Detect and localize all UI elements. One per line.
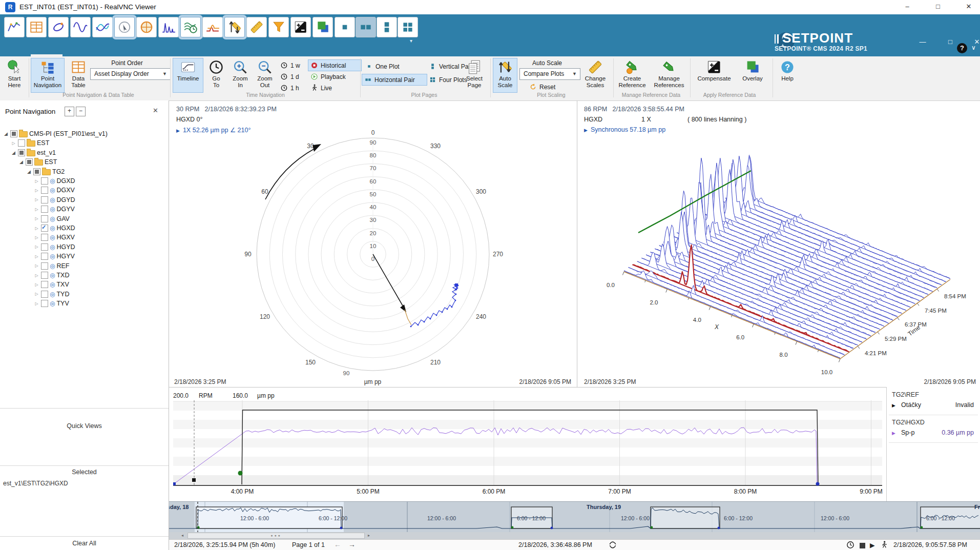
tree-expand-icon[interactable]: ▷ [34,179,39,184]
scroll-right-arrow-icon[interactable]: ▸ [368,533,370,538]
tree-item-est[interactable]: ▷EST [0,138,49,148]
tree-expand-icon[interactable]: ▷ [34,235,39,240]
tree-expand-icon[interactable]: ▷ [34,197,39,202]
spectrum-plot-icon[interactable] [158,17,179,37]
tree-checkbox[interactable] [18,149,25,156]
tree-item-dgxd[interactable]: ▷◎DGXD [0,176,75,186]
timeline-segment-label[interactable]: 6:00 - 12:00 [517,515,546,521]
span-1d-button[interactable]: 1 d [278,71,309,83]
point-navigation-button[interactable]: Point Navigation [31,58,65,93]
tree-item-est[interactable]: ◢EST [0,157,57,167]
timeline-segment-label[interactable]: 12:00 - 6:00 [427,515,456,521]
play-icon[interactable]: ▶ [870,541,875,549]
one-plot-icon[interactable] [335,17,355,37]
tree-item-hgyv[interactable]: ▷◎HGYV [0,252,75,261]
waveform-plot-icon[interactable] [70,17,91,37]
tree-checkbox[interactable] [26,158,33,166]
tree-checkbox[interactable] [41,262,48,270]
panel-close-icon[interactable]: ✕ [153,107,158,114]
tree-collapse-icon[interactable]: ◢ [26,169,32,174]
app-minimize-button[interactable]: — [915,38,930,46]
waterfall-plot-icon[interactable] [180,17,201,37]
four-plots-icon[interactable] [398,17,418,37]
sync-icon[interactable] [609,541,617,549]
tree-item-ref[interactable]: ▷◎REF [0,261,69,271]
tree-item-gav[interactable]: ▷◎GAV [0,214,70,223]
tree-item-tyv[interactable]: ▷◎TYV [0,299,69,308]
prev-page-arrow[interactable]: ← [334,540,341,548]
zoom-out-button[interactable]: Zoom Out [253,58,277,93]
orbit-plot-icon[interactable] [48,17,69,37]
vnc-close-button[interactable]: ✕ [961,3,976,10]
tree-checkbox[interactable] [41,253,48,260]
playback-mode-button[interactable]: Playback [308,71,362,83]
app-restore-button[interactable]: □ [943,38,958,46]
live-walker-icon[interactable] [880,541,888,549]
timeline-segment-label[interactable]: 6:00 - 12:00 [319,515,347,521]
tree-expand-icon[interactable]: ▷ [34,245,39,249]
timeline-segment-label[interactable]: 6:00 - 12:00 [724,515,753,521]
scroll-left-arrow-icon[interactable]: ◂ [181,533,183,538]
full-spectrum-plot-icon[interactable] [136,17,157,37]
reset-button[interactable]: Reset [527,81,573,93]
timeline-scroll-thumb[interactable]: ●●● [187,533,365,539]
help-badge-icon[interactable]: ? [957,43,967,53]
manage-references-button[interactable]: Manage References [652,58,686,93]
data-table-button[interactable]: Data Table [66,58,91,93]
compare-scales-icon[interactable] [224,17,245,37]
tree-expand-icon[interactable]: ▷ [34,301,39,306]
overlay-button[interactable]: Overlay [738,58,767,93]
ribbon-collapse-chevron-icon[interactable]: ∨ [971,44,976,51]
tree-item-tg2[interactable]: ◢TG2 [0,167,65,176]
tree-expand-icon[interactable]: ▷ [34,188,39,193]
start-here-button[interactable]: Start Here [2,58,27,93]
collapse-all-button[interactable]: − [76,107,86,116]
compare-plots-dropdown[interactable]: Compare Plots▼ [519,68,580,80]
tree-collapse-icon[interactable]: ◢ [3,131,9,136]
tree-checkbox[interactable] [41,243,48,251]
waterfall-plot-pane[interactable]: 86 RPM 2/18/2026 3:58:55.44 PM HGXD 1 X … [578,100,980,387]
tree-checkbox[interactable] [41,291,48,298]
tree-item-dgyv[interactable]: ▷◎DGYV [0,205,75,214]
zoom-in-button[interactable]: Zoom In [228,58,252,93]
change-scales-button[interactable]: Change Scales [580,58,610,93]
tree-checkbox[interactable] [41,234,48,241]
auto-scale-button[interactable]: Auto Scale [493,58,517,93]
polar-plot-pane[interactable]: 30 RPM 2/18/2026 8:32:39.23 PM HGXD 0° ▶… [169,100,576,387]
tree-expand-icon[interactable]: ▷ [34,282,39,287]
tree-expand-icon[interactable]: ▷ [34,263,39,268]
tree-item-cms-pi[interactable]: ◢CMS-PI (EST_PI01\est_v1) [0,129,108,138]
tree-collapse-icon[interactable]: ◢ [11,150,16,155]
stop-icon[interactable] [860,543,865,548]
horizontal-pair-icon[interactable] [356,17,376,37]
timeline-button[interactable]: Timeline [173,58,203,93]
tree-checkbox[interactable] [41,300,48,307]
overlay-icon[interactable] [312,17,333,37]
horizontal-pair-button[interactable]: Horizontal Pair [362,74,427,86]
tree-checkbox[interactable] [10,130,17,137]
change-scales-icon[interactable] [246,17,267,37]
historical-mode-button[interactable]: Historical [308,59,362,71]
tree-expand-icon[interactable]: ▷ [34,292,39,296]
tree-item-txd[interactable]: ▷◎TXD [0,271,69,280]
cascade-plot-icon[interactable] [202,17,223,37]
tree-item-txv[interactable]: ▷◎TXV [0,280,69,289]
tree-checkbox[interactable] [41,281,48,288]
tree-checkbox[interactable] [18,139,25,147]
trend-plot-pane[interactable]: 200.0 RPM 160.0 µm pp 0.0 RPM 0.0 µm pp … [169,387,886,501]
select-page-button[interactable]: Select Page [460,58,489,93]
tree-expand-icon[interactable]: ▷ [34,216,39,221]
overlaid-trends-icon[interactable] [92,17,113,37]
tree-checkbox[interactable] [41,215,48,222]
trend-plot[interactable]: 4:00 PM5:00 PM6:00 PM7:00 PM8:00 PM9:00 … [169,387,886,501]
tree-expand-icon[interactable]: ▷ [11,141,16,146]
tree-item-dgxv[interactable]: ▷◎DGXV [0,186,75,195]
tree-expand-icon[interactable]: ▷ [34,207,39,212]
tree-item-dgyd[interactable]: ▷◎DGYD [0,195,75,205]
polar-plot-icon[interactable] [114,17,135,37]
tree-checkbox[interactable] [41,196,48,203]
create-reference-button[interactable]: Create Reference [616,58,649,93]
tree-expand-icon[interactable]: ▷ [34,254,39,259]
polar-plot[interactable]: 0330300270240210180150120906030102030405… [169,100,576,377]
span-1w-button[interactable]: 1 w [278,59,309,71]
